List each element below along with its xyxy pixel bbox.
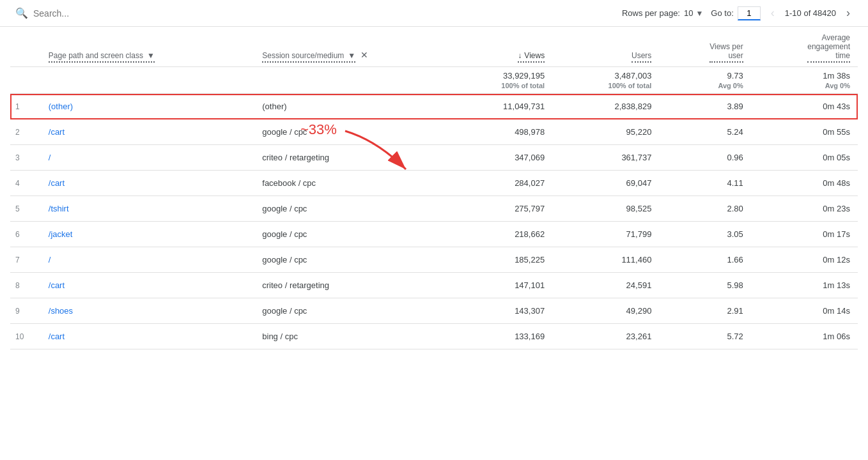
- row-views-per-user: 5.98: [659, 273, 750, 298]
- row-session-source: criteo / retargeting: [254, 145, 430, 171]
- row-page-path[interactable]: /cart: [41, 119, 254, 145]
- row-views-per-user: 3.05: [659, 222, 750, 247]
- row-users: 95,220: [552, 119, 659, 145]
- row-page-path[interactable]: /jacket: [41, 222, 254, 247]
- row-page-path[interactable]: /: [41, 145, 254, 171]
- col-views-header: ↓ Views: [430, 27, 552, 67]
- table-row: 10 /cart bing / cpc 133,169 23,261 5.72 …: [10, 324, 858, 349]
- table-row: 4 /cart facebook / cpc 284,027 69,047 4.…: [10, 171, 858, 196]
- session-source-col-label[interactable]: Session source/medium ▼: [262, 51, 355, 63]
- session-source-close-button[interactable]: ✕: [360, 50, 368, 60]
- table-row: 2 /cart google / cpc 498,978 95,220 5.24…: [10, 119, 858, 145]
- rows-per-page-label: Rows per page:: [622, 8, 680, 18]
- users-col-label[interactable]: Users: [632, 51, 651, 63]
- table-row: 9 /shoes google / cpc 143,307 49,290 2.9…: [10, 298, 858, 324]
- row-page-path[interactable]: /shoes: [41, 298, 254, 324]
- search-area: 🔍: [15, 7, 161, 19]
- row-views: 218,662: [430, 222, 552, 247]
- row-session-source: (other): [254, 94, 430, 119]
- totals-avg-sub: Avg 0%: [759, 82, 850, 89]
- row-avg-engagement: 0m 48s: [751, 171, 858, 196]
- row-num: 10: [10, 324, 41, 349]
- views-per-user-col-label[interactable]: Views peruser: [709, 42, 743, 63]
- row-page-path[interactable]: (other): [41, 94, 254, 119]
- row-views-per-user: 5.72: [659, 324, 750, 349]
- col-avg-engagement-header: Averageengagementtime: [751, 27, 858, 67]
- row-page-path[interactable]: /tshirt: [41, 196, 254, 222]
- row-num: 5: [10, 196, 41, 222]
- totals-vpu-sub: Avg 0%: [667, 82, 743, 89]
- views-sort-arrow: ↓: [518, 51, 522, 60]
- row-users: 98,525: [552, 196, 659, 222]
- row-num: 7: [10, 247, 41, 273]
- row-page-path[interactable]: /: [41, 247, 254, 273]
- row-num: 1: [10, 94, 41, 119]
- row-views-per-user: 2.80: [659, 196, 750, 222]
- row-session-source: google / cpc: [254, 222, 430, 247]
- table-row: 3 / criteo / retargeting 347,069 361,737…: [10, 145, 858, 171]
- row-views-per-user: 2.91: [659, 298, 750, 324]
- prev-page-button[interactable]: ‹: [768, 5, 777, 21]
- row-views: 275,797: [430, 196, 552, 222]
- totals-views-main: 33,929,195: [438, 71, 545, 80]
- table-row: 5 /tshirt google / cpc 275,797 98,525 2.…: [10, 196, 858, 222]
- goto-input[interactable]: [738, 6, 761, 20]
- row-page-path[interactable]: /cart: [41, 324, 254, 349]
- row-page-path[interactable]: /cart: [41, 171, 254, 196]
- row-num: 6: [10, 222, 41, 247]
- row-page-path[interactable]: /cart: [41, 273, 254, 298]
- totals-vpu-main: 9.73: [667, 71, 743, 80]
- totals-users-cell: 3,487,003 100% of total: [552, 67, 659, 94]
- page-path-filter-icon[interactable]: ▼: [147, 51, 155, 60]
- row-views-per-user: 0.96: [659, 145, 750, 171]
- totals-views-sub: 100% of total: [438, 82, 545, 89]
- avg-engagement-col-label[interactable]: Averageengagementtime: [807, 33, 850, 63]
- row-session-source: google / cpc: [254, 196, 430, 222]
- goto-area: Go to:: [711, 6, 760, 20]
- col-session-header: Session source/medium ▼ ✕: [254, 27, 430, 67]
- totals-views-per-user-cell: 9.73 Avg 0%: [659, 67, 750, 94]
- pagination-area: Rows per page: 10 ▼ Go to: ‹ 1-10 of 484…: [622, 5, 853, 21]
- row-session-source: bing / cpc: [254, 324, 430, 349]
- row-avg-engagement: 0m 55s: [751, 119, 858, 145]
- row-session-source: google / cpc: [254, 247, 430, 273]
- row-avg-engagement: 0m 14s: [751, 298, 858, 324]
- totals-num-cell: [10, 67, 41, 94]
- table-row: 8 /cart criteo / retargeting 147,101 24,…: [10, 273, 858, 298]
- views-col-label[interactable]: ↓ Views: [518, 51, 545, 63]
- row-views: 11,049,731: [430, 94, 552, 119]
- column-headers-row: Page path and screen class ▼ Session sou…: [10, 27, 858, 67]
- totals-avg-main: 1m 38s: [759, 71, 850, 80]
- col-views-per-user-header: Views peruser: [659, 27, 750, 67]
- row-avg-engagement: 1m 13s: [751, 273, 858, 298]
- row-avg-engagement: 1m 06s: [751, 324, 858, 349]
- row-users: 2,838,829: [552, 94, 659, 119]
- goto-label: Go to:: [711, 8, 733, 18]
- search-input[interactable]: [33, 8, 161, 19]
- rows-per-page: Rows per page: 10 ▼: [622, 8, 703, 18]
- row-session-source: google / cpc: [254, 298, 430, 324]
- totals-row: 33,929,195 100% of total 3,487,003 100% …: [10, 67, 858, 94]
- rows-per-page-select[interactable]: 10 ▼: [684, 8, 703, 18]
- row-views-per-user: 5.24: [659, 119, 750, 145]
- row-session-source: facebook / cpc: [254, 171, 430, 196]
- row-num: 8: [10, 273, 41, 298]
- data-table: Page path and screen class ▼ Session sou…: [10, 27, 858, 349]
- totals-users-main: 3,487,003: [560, 71, 651, 80]
- session-source-filter-icon[interactable]: ▼: [348, 51, 355, 60]
- row-users: 69,047: [552, 171, 659, 196]
- next-page-button[interactable]: ›: [844, 5, 853, 21]
- row-views-per-user: 3.89: [659, 94, 750, 119]
- row-views: 284,027: [430, 171, 552, 196]
- totals-avg-engagement-cell: 1m 38s Avg 0%: [751, 67, 858, 94]
- row-avg-engagement: 0m 17s: [751, 222, 858, 247]
- page-path-col-label[interactable]: Page path and screen class ▼: [49, 51, 155, 63]
- row-users: 49,290: [552, 298, 659, 324]
- totals-views-cell: 33,929,195 100% of total: [430, 67, 552, 94]
- table-row: 7 / google / cpc 185,225 111,460 1.66 0m…: [10, 247, 858, 273]
- row-avg-engagement: 0m 12s: [751, 247, 858, 273]
- row-users: 111,460: [552, 247, 659, 273]
- totals-session-cell: [254, 67, 430, 94]
- col-page-header: Page path and screen class ▼: [41, 27, 254, 67]
- row-views-per-user: 1.66: [659, 247, 750, 273]
